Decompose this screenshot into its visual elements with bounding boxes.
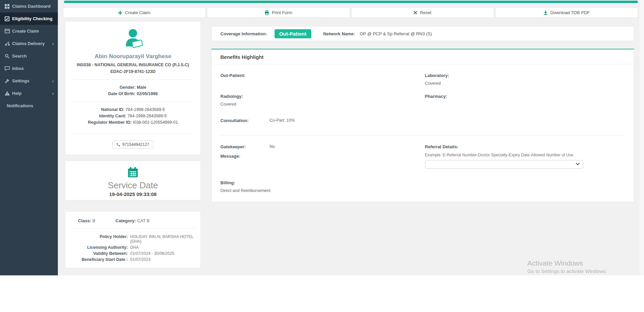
benefits-row-2: Radiology: Covered Pharmacy: [220,94,625,107]
sidebar-item-inbox[interactable]: Inbox [0,62,58,75]
sidebar: Claims Dashboard Eligibility Checking Cr… [0,0,58,275]
divider [73,79,192,80]
gender-label: Gender: [119,85,136,90]
class-label: Class: [78,218,91,223]
sidebar-item-label: Eligibility Checking [12,16,52,21]
radiology-label: Radiology: [220,94,425,99]
national-id-row: National ID: 784-1998-2643589-5 [73,107,192,112]
download-tob-pdf-button[interactable]: Download TOB PDF [495,7,638,18]
policy-holder-value: HOLIDAY INN AL BARSHA HOTEL (DHA) [130,234,195,244]
download-icon [543,10,548,15]
sidebar-item-label: Claims Dashboard [12,4,50,9]
network-name-label: Network Name: [323,31,355,36]
patient-insurer: INS038 - NATIONAL GENERAL INSURANCE CO (… [73,63,192,67]
watermark-line2: Go to Settings to activate Windows. [527,268,607,274]
chevron-left-icon: ‹ [52,78,54,84]
sidebar-item-help[interactable]: Help ‹ [0,87,58,100]
regulator-id-value: I038-002-120554999-01 [133,120,178,125]
out-patient-label: Out-Patient: [220,73,425,78]
benefits-row-1: Out-Patient: Laboratory: Covered [220,73,625,86]
phone-icon [116,143,120,147]
policy-holder-label: Policy Holder: [71,234,128,244]
identity-card-row: Identity Card: 784-1998-2643589-5 [73,114,192,118]
chevron-down-icon [576,163,580,165]
coverage-badge: Out-Patient [275,29,311,38]
class-value: B [93,218,96,223]
sidebar-item-label: Claims Delivery [12,41,45,46]
sidebar-item-settings[interactable]: Settings ‹ [0,75,58,87]
identity-card-label: Identity Card: [99,114,127,118]
patient-dob-row: Date Of Birth: 02/05/1998 [73,91,192,96]
wrench-icon [5,79,12,83]
patient-avatar-icon [73,28,192,49]
sidebar-item-label: Settings [12,78,29,83]
sidebar-item-label: Create Claim [12,29,39,34]
create-claim-label: Create Claim [125,10,150,15]
laboratory-value: Covered [425,81,625,86]
content: Abin Nooruparayil Varghese INS038 - NATI… [65,21,634,268]
benefits-row-3: Consultation: Co-Part: 10% [220,118,625,123]
service-date-value: 19-04-2025 09:33:08 [65,191,201,197]
service-date-title: Service Date [65,180,201,191]
category-label: Category: [115,218,136,223]
beneficiary-start-label: Beneficiary Start Date : [71,257,128,262]
print-form-label: Print Form [272,10,292,15]
regulator-id-row: Regulator Member ID: I038-002-120554999-… [73,120,192,125]
calendar-icon [65,166,201,179]
phone-number: 971544942127 [122,142,149,147]
licensing-authority-value: DHA [130,245,195,250]
plus-icon [118,11,122,15]
benefits-card: Benefits Highlight Out-Patient: Laborato… [211,49,634,202]
scrollbar[interactable] [639,0,644,275]
radiology-value: Covered [220,102,425,107]
benefits-body: Out-Patient: Laboratory: Covered Radiolo… [212,64,634,193]
sidebar-item-search[interactable]: Search [0,50,58,62]
chevron-left-icon: ‹ [52,41,54,46]
reset-button[interactable]: Reset [351,7,494,18]
identity-card-value: 784-1998-2643589-5 [128,114,167,118]
beneficiary-start-value: 01/07/2023 [130,257,195,262]
laboratory-label: Laboratory: [425,73,625,78]
chevron-left-icon: ‹ [52,91,54,96]
sidebar-item-claims-delivery[interactable]: Claims Delivery ‹ [0,37,58,50]
scooter-icon [5,41,12,46]
right-column: Coverage Information: Out-Patient Networ… [211,21,634,202]
activate-windows-watermark: Activate Windows Go to Settings to activ… [527,259,607,274]
referral-details-label: Referral Details: [425,144,625,149]
create-claim-button[interactable]: Create Claim [63,7,206,18]
left-column: Abin Nooruparayil Varghese INS038 - NATI… [65,21,201,268]
divider [220,135,625,135]
print-form-button[interactable]: Print Form [207,7,350,18]
patient-card: Abin Nooruparayil Varghese INS038 - NATI… [65,21,201,155]
sidebar-item-label: Search [12,53,27,58]
printer-icon [264,10,269,15]
sidebar-item-eligibility-checking[interactable]: Eligibility Checking [0,12,58,25]
toolbar: Create Claim Print Form Reset Download T… [63,7,638,18]
divider [73,102,192,102]
card-icon [5,29,12,33]
network-name-value: OP @ PCP & Sp Referral @ RN3 (S) [360,31,432,36]
sidebar-item-create-claim[interactable]: Create Claim [0,25,58,37]
billing-label: Billing: [220,180,625,185]
coverage-information-label: Coverage Information: [220,31,267,36]
gender-value: Male [137,85,146,90]
referral-select[interactable] [425,160,583,169]
main-area: Create Claim Print Form Reset Download T… [58,0,644,275]
divider [73,133,192,134]
phone-button[interactable]: 971544942127 [112,141,153,149]
x-icon [414,11,417,14]
national-id-label: National ID: [101,107,124,112]
licensing-authority-label: Licensing Authority: [71,245,128,250]
message-label: Message: [220,154,425,159]
validity-between-value: 01/07/2024 - 30/06/2025 [130,251,195,256]
download-tob-pdf-label: Download TOB PDF [550,10,590,15]
reset-label: Reset [420,10,431,15]
pharmacy-label: Pharmacy: [425,94,625,99]
app-window: Claims Dashboard Eligibility Checking Cr… [0,0,644,275]
sidebar-item-claims-dashboard[interactable]: Claims Dashboard [0,0,58,12]
search-icon [5,54,12,58]
gatekeeper-label: Gatekeeper: [220,144,270,149]
benefits-row-5: Billing: Direct and Reimbursement [220,180,625,193]
sidebar-item-notifications[interactable]: Notifications [0,100,58,112]
sidebar-item-label: Inbox [12,66,24,71]
